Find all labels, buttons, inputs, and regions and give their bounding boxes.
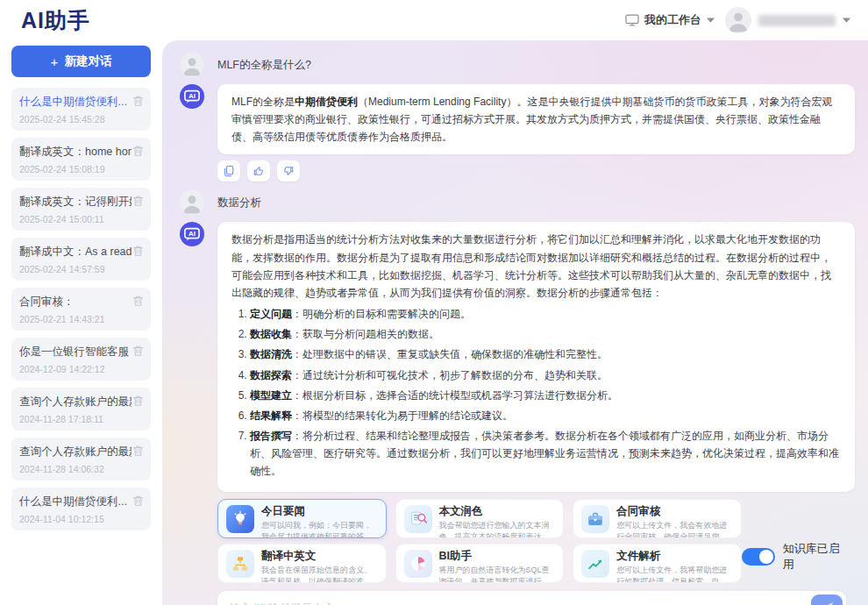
user-message-text: 数据分析 bbox=[217, 196, 261, 210]
card-desc: 您可以上传文件，我会有效地进行合同审核，确保合同满足您的业务需求。 bbox=[616, 520, 733, 537]
chevron-down-icon bbox=[707, 18, 715, 23]
history-item[interactable]: 翻译成英文：记得刚开始... 2025-02-24 15:00:11 bbox=[11, 188, 151, 231]
thumbs-down-button[interactable] bbox=[277, 160, 300, 182]
feature-cards: 今日要闻 您可以问我，例如：今日要闻，我会尽力提供准确和可靠的答案。 本文润色 … bbox=[217, 499, 742, 583]
knowledge-base-label: 知识库已启用 bbox=[783, 541, 850, 573]
ai-message: 数据分析是指用适当的统计分析方法对收集来的大量数据进行分析，将它们加以汇总和理解… bbox=[180, 222, 855, 491]
avatar bbox=[725, 7, 751, 33]
history-item[interactable]: 什么是中期借贷便利... 2024-11-04 10:12:15 bbox=[11, 488, 151, 530]
card-desc: 将用户的自然语言转化为SQL查询语句，并直接与数据库进行交互，返回智能推荐的图表… bbox=[439, 565, 556, 582]
list-item: 数据清洗：处理数据中的错误、重复或缺失值，确保数据的准确性和完整性。 bbox=[250, 345, 841, 363]
user-avatar-icon bbox=[180, 190, 204, 215]
user-message-text: MLF的全称是什么? bbox=[217, 58, 311, 73]
list-item: 模型建立：根据分析目标，选择合适的统计模型或机器学习算法进行数据分析。 bbox=[250, 387, 841, 404]
feature-card-polish[interactable]: 本文润色 我会帮助您进行您输入的文本润色，提高文本的流畅度和表达效果。 bbox=[395, 499, 565, 538]
ai-avatar-icon bbox=[180, 222, 204, 246]
translate-nodes-icon bbox=[226, 550, 254, 578]
history-time: 2024-11-04 10:12:15 bbox=[19, 514, 143, 524]
chat-panel: MLF的全称是什么? MLF的全称是中期借贷便利（Medium-term Len… bbox=[162, 40, 868, 605]
history-title: 翻译成中文：As a reader... bbox=[19, 245, 132, 260]
card-desc: 我会帮助您进行您输入的文本润色，提高文本的流畅度和表达效果。 bbox=[439, 520, 556, 537]
trash-icon[interactable] bbox=[132, 195, 144, 207]
copy-button[interactable] bbox=[217, 160, 240, 182]
feature-card-bi[interactable]: BI助手 将用户的自然语言转化为SQL查询语句，并直接与数据库进行交互，返回智能… bbox=[395, 544, 565, 583]
history-title: 什么是中期借贷便利... bbox=[19, 95, 132, 110]
feature-card-contract[interactable]: 合同审核 您可以上传文件，我会有效地进行合同审核，确保合同满足您的业务需求。 bbox=[573, 499, 742, 538]
history-item[interactable]: 合同审核： 2025-02-21 14:43:21 bbox=[11, 288, 151, 331]
history-title: 翻译成英文：记得刚开始... bbox=[19, 195, 132, 210]
history-item[interactable]: 什么是中期借贷便利... 2025-02-24 15:45:28 bbox=[11, 88, 151, 131]
history-item[interactable]: 翻译成中文：As a reader... 2025-02-24 14:57:59 bbox=[11, 238, 151, 281]
history-item[interactable]: 你是一位银行智能客服，... 2024-12-09 14:22:12 bbox=[11, 338, 151, 381]
polish-doc-icon bbox=[404, 505, 432, 533]
user-menu[interactable] bbox=[725, 7, 850, 33]
history-time: 2024-11-28 17:18:11 bbox=[19, 414, 143, 424]
conversation-sidebar: + 新建对话 什么是中期借贷便利... 2025-02-24 15:45:28 … bbox=[0, 40, 162, 605]
history-time: 2024-12-09 14:22:12 bbox=[19, 364, 143, 374]
user-avatar-icon bbox=[180, 53, 204, 77]
trash-icon[interactable] bbox=[132, 95, 144, 107]
knowledge-base-toggle-row: 知识库已启用 bbox=[742, 541, 855, 583]
history-time: 2025-02-21 14:43:21 bbox=[19, 314, 143, 324]
ai-message-card: 数据分析是指用适当的统计分析方法对收集来的大量数据进行分析，将它们加以汇总和理解… bbox=[217, 222, 855, 491]
trash-icon[interactable] bbox=[132, 445, 144, 457]
toggle-knob bbox=[759, 550, 773, 564]
history-time: 2025-02-24 14:57:59 bbox=[19, 264, 143, 274]
history-title: 翻译成英文：home home bbox=[19, 145, 132, 160]
list-item: 结果解释：将模型的结果转化为易于理解的结论或建议。 bbox=[250, 407, 841, 424]
history-item[interactable]: 翻译成英文：home home 2025-02-24 15:08:19 bbox=[11, 138, 151, 181]
ai-text: MLF的全称是 bbox=[231, 96, 295, 108]
card-desc: 您可以问我，例如：今日要闻，我会尽力提供准确和可靠的答案。 bbox=[261, 520, 378, 537]
trend-arrow-icon bbox=[581, 550, 609, 578]
user-message: MLF的全称是什么? bbox=[180, 53, 855, 77]
card-title: 今日要闻 bbox=[261, 504, 378, 519]
history-item[interactable]: 查询个人存款账户的最新... 2024-11-28 14:06:32 bbox=[11, 438, 151, 480]
workspace-label: 我的工作台 bbox=[644, 12, 701, 28]
feature-card-news[interactable]: 今日要闻 您可以问我，例如：今日要闻，我会尽力提供准确和可靠的答案。 bbox=[217, 499, 387, 538]
bulb-icon bbox=[226, 505, 254, 533]
feature-card-file[interactable]: 文件解析 您可以上传文件，我将帮助您进行如数据处理、信息检索、自动化办公等。 bbox=[573, 544, 742, 583]
ai-message-card: MLF的全称是中期借贷便利（Medium-term Lending Facili… bbox=[217, 84, 855, 154]
briefcase-icon bbox=[581, 505, 609, 533]
history-title: 你是一位银行智能客服，... bbox=[19, 345, 132, 359]
pie-chart-icon bbox=[404, 550, 432, 578]
list-item: 定义问题：明确分析的目标和需要解决的问题。 bbox=[250, 305, 841, 323]
card-title: BI助手 bbox=[439, 549, 556, 564]
trash-icon[interactable] bbox=[132, 295, 144, 307]
history-title: 什么是中期借贷便利... bbox=[19, 495, 132, 509]
history-time: 2024-11-28 14:06:32 bbox=[19, 464, 143, 474]
list-item: 报告撰写：将分析过程、结果和结论整理成报告，供决策者参考。数据分析在各个领域都有… bbox=[250, 427, 841, 480]
message-actions bbox=[217, 160, 855, 182]
history-time: 2025-02-24 15:00:11 bbox=[19, 214, 143, 224]
card-title: 文件解析 bbox=[616, 549, 733, 564]
ai-avatar-icon bbox=[180, 84, 204, 109]
prompt-input[interactable] bbox=[230, 602, 811, 605]
trash-icon[interactable] bbox=[132, 395, 144, 407]
card-title: 翻译中英文 bbox=[261, 549, 378, 564]
user-message: 数据分析 bbox=[180, 190, 855, 215]
feature-card-translate[interactable]: 翻译中英文 我会旨在保留原始信息的含义、语气和风格，以确保翻译的准确性和自然流畅… bbox=[217, 544, 387, 583]
history-time: 2025-02-24 15:45:28 bbox=[19, 114, 143, 125]
card-title: 本文润色 bbox=[439, 504, 556, 519]
new-chat-label: 新建对话 bbox=[64, 53, 111, 69]
history-title: 查询个人存款账户的最新... bbox=[19, 445, 132, 459]
knowledge-base-toggle[interactable] bbox=[742, 548, 775, 566]
card-title: 合同审核 bbox=[616, 504, 733, 519]
workspace-menu[interactable]: 我的工作台 bbox=[625, 12, 715, 28]
user-name-redacted bbox=[758, 15, 836, 26]
monitor-icon bbox=[625, 14, 639, 26]
trash-icon[interactable] bbox=[132, 145, 144, 157]
new-chat-button[interactable]: + 新建对话 bbox=[11, 46, 151, 77]
trash-icon[interactable] bbox=[132, 345, 144, 357]
ai-intro-paragraph: 数据分析是指用适当的统计分析方法对收集来的大量数据进行分析，将它们加以汇总和理解… bbox=[231, 231, 841, 302]
chevron-down-icon bbox=[843, 18, 850, 23]
trash-icon[interactable] bbox=[132, 495, 144, 507]
list-item: 数据探索：通过统计分析和可视化技术，初步了解数据的分布、趋势和关联。 bbox=[250, 367, 841, 384]
thumbs-up-button[interactable] bbox=[247, 160, 270, 182]
trash-icon[interactable] bbox=[132, 245, 144, 257]
send-button[interactable] bbox=[811, 594, 843, 605]
history-title: 合同审核： bbox=[19, 295, 132, 310]
plus-icon: + bbox=[51, 54, 59, 69]
history-item[interactable]: 查询个人存款账户的最新... 2024-11-28 17:18:11 bbox=[11, 388, 151, 431]
card-desc: 您可以上传文件，我将帮助您进行如数据处理、信息检索、自动化办公等。 bbox=[616, 565, 733, 582]
